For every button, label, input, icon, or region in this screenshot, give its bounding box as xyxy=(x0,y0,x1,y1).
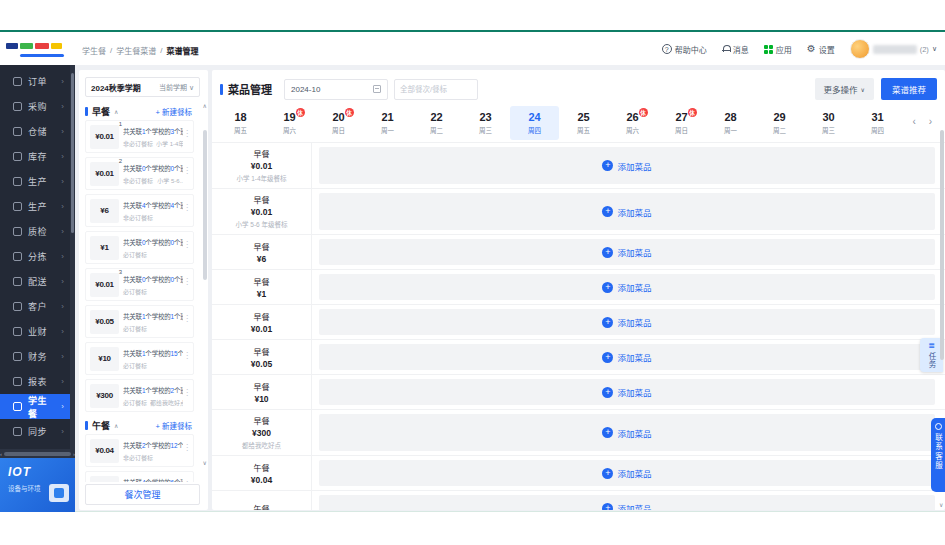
meal-standard-card[interactable]: ¥0.04 共关联2个学校的12个班级 非必订餐标 ⋮ xyxy=(85,434,194,467)
day-cell[interactable]: 23 周三 xyxy=(461,106,510,140)
panel-scrollbar[interactable] xyxy=(203,112,207,454)
scroll-left-icon[interactable]: ‹ xyxy=(0,451,2,457)
meal-filter-input[interactable] xyxy=(394,79,478,100)
add-dish-button[interactable]: + 添加菜品 xyxy=(602,316,651,328)
sidebar-item[interactable]: 采购 › xyxy=(0,94,70,119)
meal-row: 早餐 ¥10 + 添加菜品 xyxy=(212,375,945,410)
breadcrumb-item[interactable]: 学生餐菜谱 xyxy=(116,45,156,56)
day-cell[interactable]: 19休 周六 xyxy=(265,106,314,140)
more-options-icon[interactable]: ⋮ xyxy=(183,351,191,360)
add-dish-button[interactable]: + 添加菜品 xyxy=(602,160,651,172)
more-options-icon[interactable]: ⋮ xyxy=(183,480,191,482)
more-options-icon[interactable]: ⋮ xyxy=(183,388,191,397)
scroll-down-icon[interactable]: ∨ xyxy=(939,501,943,508)
date-strip-nav-arrows[interactable]: ‹ › xyxy=(913,116,937,127)
sidebar-item[interactable]: 同步 › xyxy=(0,419,70,444)
more-actions-button[interactable]: 更多操作 ∨ xyxy=(815,78,874,100)
more-options-icon[interactable]: ⋮ xyxy=(183,166,191,175)
meal-standard-card[interactable]: ¥10 共关联1个学校的15个班级 必订餐标 ⋮ xyxy=(85,342,194,375)
sidebar-menu: 订单 › 采购 › 仓储 › 库存 › xyxy=(0,69,70,444)
day-cell[interactable]: 29 周二 xyxy=(755,106,804,140)
day-cell[interactable]: 22 周二 xyxy=(412,106,461,140)
sidebar-item[interactable]: 订单 › xyxy=(0,69,70,94)
breadcrumb-item[interactable]: 学生餐 xyxy=(82,45,106,56)
meal-standard-card[interactable]: 2 ¥0.01 共关联0个学校的0个班级 非必订餐标 小学 5-6.. ⋮ xyxy=(85,157,194,190)
meal-name: 早餐 xyxy=(254,148,270,159)
sidebar-item[interactable]: 库存 › xyxy=(0,144,70,169)
sidebar-item[interactable]: 配送 › xyxy=(0,269,70,294)
add-dish-button[interactable]: + 添加菜品 xyxy=(602,351,651,363)
new-meal-standard-link[interactable]: + 新建餐标 xyxy=(156,420,192,431)
iot-banner[interactable]: IOT 设备与环境 xyxy=(0,458,75,512)
more-options-icon[interactable]: ⋮ xyxy=(183,240,191,249)
meal-standard-card[interactable]: ¥300 共关联1个学校的2个班级 必订餐标 都给我吃好点 ⋮ xyxy=(85,379,194,412)
sidebar-horizontal-scrollbar[interactable]: ‹ › xyxy=(0,449,75,458)
day-cell[interactable]: 25 周五 xyxy=(559,106,608,140)
avatar xyxy=(850,39,870,59)
sidebar-item[interactable]: 财务 › xyxy=(0,344,70,369)
more-options-icon[interactable]: ⋮ xyxy=(183,443,191,452)
scroll-right-icon[interactable]: › xyxy=(73,451,75,457)
add-dish-button[interactable]: + 添加菜品 xyxy=(602,206,651,218)
day-cell[interactable]: 24 周四 xyxy=(510,106,559,140)
breadcrumb: 学生餐 / 学生餐菜谱 / 菜谱管理 xyxy=(82,45,198,56)
collapse-icon[interactable]: ∧ xyxy=(114,108,118,115)
standard-price: ¥0.05 xyxy=(90,310,119,334)
recipe-recommend-button[interactable]: 菜谱推荐 xyxy=(881,78,937,100)
more-options-icon[interactable]: ⋮ xyxy=(183,314,191,323)
meal-times-manage-button[interactable]: 餐次管理 xyxy=(85,484,200,505)
user-menu[interactable]: (2) ∨ xyxy=(850,39,937,59)
more-options-icon[interactable]: ⋮ xyxy=(183,277,191,286)
sidebar-item[interactable]: 报表 › xyxy=(0,369,70,394)
collapse-icon[interactable]: ∧ xyxy=(114,422,118,429)
add-dish-button[interactable]: + 添加菜品 xyxy=(602,281,651,293)
sidebar-item[interactable]: 分拣 › xyxy=(0,244,70,269)
add-dish-button[interactable]: + 添加菜品 xyxy=(602,386,651,398)
new-meal-standard-link[interactable]: + 新建餐标 xyxy=(156,106,192,117)
sidebar-item[interactable]: 学生餐 › xyxy=(0,394,70,419)
sidebar-item[interactable]: 生产 › xyxy=(0,194,70,219)
add-dish-button[interactable]: + 添加菜品 xyxy=(602,246,651,258)
more-options-icon[interactable]: ⋮ xyxy=(183,203,191,212)
messages-button[interactable]: 消息 xyxy=(722,44,749,55)
sidebar-item[interactable]: 业财 › xyxy=(0,319,70,344)
sidebar-item[interactable]: 质检 › xyxy=(0,219,70,244)
meal-standard-card[interactable]: ¥6 共关联4个学校的4个班级 非必订餐标 ⋮ xyxy=(85,194,194,227)
add-dish-button[interactable]: + 添加菜品 xyxy=(602,427,651,439)
sidebar-scrollbar[interactable] xyxy=(70,65,75,449)
sidebar-item[interactable]: 生产 › xyxy=(0,169,70,194)
plus-icon: + xyxy=(602,387,613,398)
meal-row: 早餐 ¥300 都给我吃好点 + 添加菜品 xyxy=(212,410,945,456)
sidebar-item[interactable]: 仓储 › xyxy=(0,119,70,144)
day-cell[interactable]: 28 周一 xyxy=(706,106,755,140)
panel-scroll-down-icon[interactable]: ∨ xyxy=(203,459,207,466)
page-scrollbar[interactable]: ∨ xyxy=(939,70,945,510)
menu-icon xyxy=(13,402,22,411)
rest-day-badge: 休 xyxy=(296,108,305,117)
day-cell[interactable]: 18 周五 xyxy=(216,106,265,140)
month-picker[interactable]: 2024-10 xyxy=(284,79,388,100)
semester-select[interactable]: 2024秋季学期 当前学期 ∨ xyxy=(85,77,200,97)
panel-scroll-up-icon[interactable]: ∧ xyxy=(203,102,207,109)
help-center-button[interactable]: ? 帮助中心 xyxy=(662,44,707,55)
more-options-icon[interactable]: ⋮ xyxy=(183,129,191,138)
meal-standard-card[interactable]: ¥15 共关联4个学校的6个班级 非必订餐标 ⋮ xyxy=(85,471,194,482)
settings-button[interactable]: ⚙ 设置 xyxy=(807,44,835,55)
day-cell[interactable]: 26休 周六 xyxy=(608,106,657,140)
day-cell[interactable]: 21 周一 xyxy=(363,106,412,140)
add-dish-button[interactable]: + 添加菜品 xyxy=(602,467,651,479)
day-cell[interactable]: 20休 周日 xyxy=(314,106,363,140)
meal-row-label: 早餐 ¥0.01 小学 1-4年级餐标 xyxy=(212,143,312,188)
meal-standard-card[interactable]: 1 ¥0.01 共关联1个学校的3个班级 非必订餐标 小学 1-4年.. ⋮ xyxy=(85,120,194,153)
apps-button[interactable]: 应用 xyxy=(764,44,792,55)
meal-standard-card[interactable]: ¥0.05 共关联1个学校的1个班级 必订餐标 ⋮ xyxy=(85,305,194,338)
dish-slot: + 添加菜品 xyxy=(319,309,935,335)
sidebar-item[interactable]: 客户 › xyxy=(0,294,70,319)
order-type-tag: 非必订餐标 xyxy=(123,213,153,222)
day-cell[interactable]: 27休 周日 xyxy=(657,106,706,140)
add-dish-button[interactable]: + 添加菜品 xyxy=(602,502,651,510)
day-cell[interactable]: 30 周三 xyxy=(804,106,853,140)
meal-standard-card[interactable]: ¥1 共关联0个学校的0个班级 必订餐标 ⋮ xyxy=(85,231,194,264)
meal-standard-card[interactable]: 3 ¥0.01 共关联0个学校的0个班级 必订餐标 ⋮ xyxy=(85,268,194,301)
day-cell[interactable]: 31 周四 xyxy=(853,106,902,140)
